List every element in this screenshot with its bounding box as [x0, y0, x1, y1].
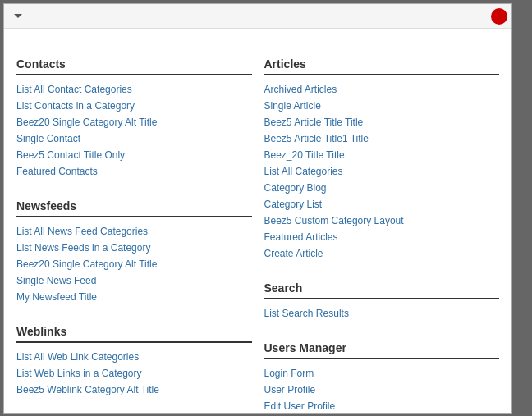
- list-item: List Web Links in a Category: [16, 366, 252, 381]
- menu-link[interactable]: Beez_20 Title Title: [264, 149, 345, 161]
- list-item: Beez5 Weblink Category Alt Title: [16, 382, 252, 397]
- menu-link[interactable]: List Search Results: [264, 308, 349, 319]
- list-item: User Profile: [264, 382, 500, 397]
- list-item: Beez5 Article Title Title: [264, 115, 500, 130]
- list-item: Single Article: [264, 98, 500, 113]
- menu-link[interactable]: Archived Articles: [264, 84, 337, 95]
- list-item: List All Categories: [264, 164, 500, 179]
- list-item: Archived Articles: [264, 82, 500, 97]
- menu-link[interactable]: Featured Contacts: [16, 166, 98, 177]
- list-item: List All Web Link Categories: [16, 350, 252, 364]
- menu-link[interactable]: List News Feeds in a Category: [16, 242, 150, 254]
- section-links-articles: Archived ArticlesSingle ArticleBeez5 Art…: [264, 82, 500, 261]
- menu-link[interactable]: List All Contact Categories: [16, 84, 132, 95]
- menu-link[interactable]: List All Categories: [264, 166, 343, 177]
- menu-link[interactable]: Login Form: [264, 368, 314, 379]
- section-links-users-manager: Login FormUser ProfileEdit User ProfileR…: [264, 366, 500, 413]
- list-item: Single News Feed: [16, 273, 252, 288]
- list-item: Beez5 Contact Title Only: [16, 148, 252, 162]
- list-item: Beez20 Single Category Alt Title: [16, 257, 252, 272]
- list-item: List Contacts in a Category: [16, 98, 252, 113]
- menu-link[interactable]: Single Article: [264, 100, 321, 112]
- right-column: ArticlesArchived ArticlesSingle ArticleB…: [264, 57, 500, 413]
- menu-link[interactable]: Beez5 Article Title1 Title: [264, 133, 369, 144]
- columns-wrapper: ContactsList All Contact CategoriesList …: [16, 57, 499, 413]
- menu-link[interactable]: List Contacts in a Category: [16, 100, 135, 112]
- menu-link[interactable]: Category Blog: [264, 182, 327, 194]
- menu-link[interactable]: Featured Articles: [264, 231, 338, 243]
- menu-link[interactable]: Beez20 Single Category Alt Title: [16, 117, 157, 128]
- menu-link[interactable]: Single Contact: [16, 133, 80, 144]
- menu-link[interactable]: List All News Feed Categories: [16, 226, 148, 237]
- list-item: List Search Results: [264, 306, 500, 321]
- section-articles: ArticlesArchived ArticlesSingle ArticleB…: [264, 57, 500, 261]
- menu-link[interactable]: List Web Links in a Category: [16, 368, 142, 379]
- section-title-newsfeeds: Newsfeeds: [16, 199, 252, 217]
- modal-content[interactable]: ContactsList All Contact CategoriesList …: [4, 29, 511, 413]
- list-item: List All Contact Categories: [16, 82, 252, 97]
- section-links-contacts: List All Contact CategoriesList Contacts…: [16, 82, 252, 179]
- section-newsfeeds: NewsfeedsList All News Feed CategoriesLi…: [16, 199, 252, 304]
- list-item: Beez_20 Title Title: [264, 148, 500, 162]
- list-item: Beez5 Custom Category Layout: [264, 213, 500, 228]
- list-item: Edit User Profile: [264, 399, 500, 413]
- menu-link[interactable]: My Newsfeed Title: [16, 291, 97, 303]
- menu-link[interactable]: Category List: [264, 199, 323, 210]
- list-item: Beez20 Single Category Alt Title: [16, 115, 252, 130]
- menu-link[interactable]: Beez20 Single Category Alt Title: [16, 258, 157, 270]
- list-item: Category List: [264, 197, 500, 212]
- modal-overlay: ContactsList All Contact CategoriesList …: [3, 3, 529, 414]
- list-item: My Newsfeed Title: [16, 290, 252, 304]
- list-item: Beez5 Article Title1 Title: [264, 131, 500, 146]
- section-title-articles: Articles: [264, 57, 500, 75]
- modal-dialog: ContactsList All Contact CategoriesList …: [3, 3, 512, 414]
- menu-link[interactable]: List All Web Link Categories: [16, 351, 139, 363]
- list-item: Login Form: [264, 366, 500, 381]
- list-item: List News Feeds in a Category: [16, 240, 252, 255]
- list-item: Category Blog: [264, 181, 500, 195]
- menu-link[interactable]: User Profile: [264, 384, 316, 395]
- content-area: ContactsList All Contact CategoriesList …: [16, 57, 499, 413]
- section-title-users-manager: Users Manager: [264, 341, 500, 359]
- arrow-down-icon: [14, 14, 22, 18]
- menu-link[interactable]: Edit User Profile: [264, 400, 336, 412]
- section-title-weblinks: Weblinks: [16, 325, 252, 343]
- menu-link[interactable]: Beez5 Custom Category Layout: [264, 215, 404, 226]
- list-item: Featured Contacts: [16, 164, 252, 179]
- section-title-search: Search: [264, 281, 500, 299]
- section-links-weblinks: List All Web Link CategoriesList Web Lin…: [16, 350, 252, 397]
- menu-link[interactable]: Create Article: [264, 248, 323, 259]
- close-button[interactable]: [491, 8, 507, 25]
- modal-title-bar: [4, 4, 511, 29]
- list-item: Create Article: [264, 246, 500, 261]
- menu-link[interactable]: Beez5 Article Title Title: [264, 117, 364, 128]
- list-item: List All News Feed Categories: [16, 224, 252, 239]
- list-item: Single Contact: [16, 131, 252, 146]
- section-title-contacts: Contacts: [16, 57, 252, 75]
- section-search: SearchList Search Results: [264, 281, 500, 321]
- menu-link[interactable]: Single News Feed: [16, 275, 96, 286]
- section-links-search: List Search Results: [264, 306, 500, 321]
- menu-link[interactable]: Beez5 Weblink Category Alt Title: [16, 384, 159, 395]
- section-weblinks: WeblinksList All Web Link CategoriesList…: [16, 325, 252, 397]
- left-column: ContactsList All Contact CategoriesList …: [16, 57, 264, 413]
- section-users-manager: Users ManagerLogin FormUser ProfileEdit …: [264, 341, 500, 413]
- menu-link[interactable]: Beez5 Contact Title Only: [16, 149, 125, 161]
- list-item: Featured Articles: [264, 230, 500, 245]
- section-contacts: ContactsList All Contact CategoriesList …: [16, 57, 252, 179]
- section-links-newsfeeds: List All News Feed CategoriesList News F…: [16, 224, 252, 304]
